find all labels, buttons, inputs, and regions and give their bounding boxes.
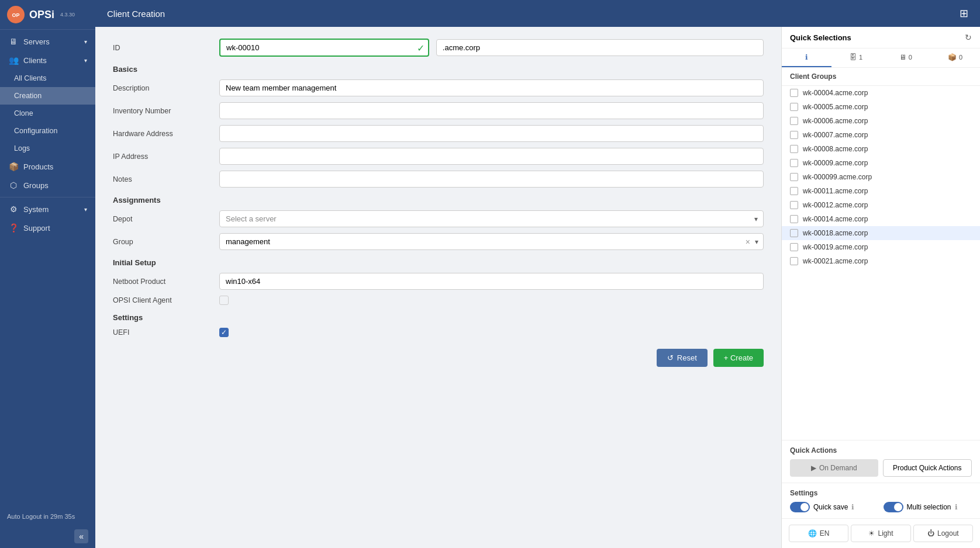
content-area: ID ✓ Basics Description Inventory Number… (95, 27, 980, 548)
client-checkbox[interactable] (790, 229, 798, 237)
notes-input[interactable] (219, 171, 764, 188)
netboot-label: Netboot Product (113, 278, 212, 286)
client-checkbox[interactable] (790, 131, 798, 139)
groups-icon: ⬡ (8, 181, 19, 190)
depot-icon: 🗄 (850, 53, 857, 61)
refresh-icon[interactable]: ↻ (965, 33, 972, 42)
group-row: Group management × ▾ (113, 233, 764, 250)
client-list-item[interactable]: wk-00011.acme.corp (782, 184, 980, 198)
opsi-agent-checkbox[interactable] (219, 296, 229, 305)
client-list-item[interactable]: wk-00006.acme.corp (782, 114, 980, 128)
language-button[interactable]: 🌐 EN (789, 525, 848, 542)
sidebar-item-logs[interactable]: Logs (0, 140, 95, 157)
all-clients-label: All Clients (14, 74, 47, 82)
sidebar-item-all-clients[interactable]: All Clients (0, 70, 95, 87)
inventory-number-label: Inventory Number (113, 107, 212, 115)
group-caret-icon[interactable]: ▾ (754, 238, 763, 246)
client-checkbox[interactable] (790, 215, 798, 223)
client-list-item[interactable]: wk-00005.acme.corp (782, 100, 980, 114)
client-checkbox[interactable] (790, 103, 798, 111)
client-list-item[interactable]: wk-00012.acme.corp (782, 198, 980, 212)
id-input[interactable] (219, 39, 429, 57)
sidebar-item-creation[interactable]: Creation (0, 87, 95, 105)
quick-selections-title: Quick Selections (790, 33, 851, 42)
sidebar-item-products[interactable]: 📦 Products (0, 157, 95, 176)
theme-button[interactable]: ☀ Light (851, 525, 910, 542)
sidebar-groups-label: Groups (23, 181, 49, 190)
creation-label: Creation (14, 92, 42, 100)
client-checkbox[interactable] (790, 187, 798, 195)
description-label: Description (113, 84, 212, 92)
sidebar-item-servers[interactable]: 🖥 Servers ▾ (0, 32, 95, 51)
client-checkbox[interactable] (790, 201, 798, 209)
quick-save-toggle[interactable] (790, 502, 810, 512)
description-input[interactable] (219, 79, 764, 96)
opsi-agent-row: OPSI Client Agent (113, 296, 764, 305)
assignments-section-label: Assignments (113, 196, 764, 204)
sidebar-item-groups[interactable]: ⬡ Groups (0, 176, 95, 195)
app-version: 4.3.30 (60, 12, 75, 18)
id-label: ID (113, 44, 212, 52)
client-list-item[interactable]: wk-00014.acme.corp (782, 212, 980, 226)
sidebar-item-clone[interactable]: Clone (0, 105, 95, 122)
client-checkbox[interactable] (790, 257, 798, 265)
product-quick-actions-button[interactable]: Product Quick Actions (883, 459, 972, 477)
client-list-item[interactable]: wk-00007.acme.corp (782, 128, 980, 142)
system-icon: ⚙ (8, 204, 19, 214)
ip-address-input[interactable] (219, 148, 764, 165)
hardware-address-input[interactable] (219, 125, 764, 142)
reset-button[interactable]: ↺ Reset (657, 349, 708, 367)
settings-row: Quick save ℹ Multi selection ℹ (790, 502, 972, 512)
tab-packages[interactable]: 📦 0 (930, 48, 980, 67)
inventory-number-row: Inventory Number (113, 102, 764, 119)
tab-depot[interactable]: 🗄 1 (831, 48, 881, 67)
client-list-item[interactable]: wk-00019.acme.corp (782, 240, 980, 254)
depot-select-wrap: Select a server ▾ (219, 210, 764, 227)
basics-section-label: Basics (113, 65, 764, 74)
client-list-item[interactable]: wk-00021.acme.corp (782, 254, 980, 268)
topbar: Client Creation ⊞ (95, 0, 980, 27)
create-button[interactable]: + Create (713, 349, 764, 367)
uefi-checkbox[interactable]: ✓ (219, 328, 229, 337)
group-value: management (220, 234, 742, 249)
netboot-input[interactable] (219, 273, 764, 290)
multi-selection-info-icon: ℹ (955, 503, 958, 511)
notes-label: Notes (113, 175, 212, 183)
client-checkbox[interactable] (790, 89, 798, 97)
tab-info[interactable]: ℹ (782, 48, 831, 67)
depot-select[interactable]: Select a server (219, 210, 764, 227)
sidebar-item-clients[interactable]: 👥 Clients ▾ (0, 51, 95, 70)
group-select-wrap[interactable]: management × ▾ (219, 233, 764, 250)
client-list-item[interactable]: wk-000099.acme.corp (782, 170, 980, 184)
sidebar-item-support[interactable]: ❓ Support (0, 218, 95, 237)
client-list-item[interactable]: wk-00009.acme.corp (782, 156, 980, 170)
quick-selections-tabs: ℹ 🗄 1 🖥 0 📦 0 (782, 48, 980, 68)
right-panel-settings-title: Settings (790, 489, 972, 497)
tab-clients[interactable]: 🖥 0 (881, 48, 931, 67)
sidebar-collapse-button[interactable]: « (74, 529, 88, 543)
sidebar-item-configuration[interactable]: Configuration (0, 122, 95, 140)
domain-input[interactable] (436, 39, 764, 56)
client-checkbox[interactable] (790, 243, 798, 251)
grid-icon[interactable]: ⊞ (960, 7, 968, 20)
group-clear-icon[interactable]: × (742, 237, 754, 247)
client-list-item[interactable]: wk-00004.acme.corp (782, 86, 980, 100)
client-name: wk-00019.acme.corp (803, 243, 868, 251)
client-name: wk-00021.acme.corp (803, 257, 868, 265)
client-checkbox[interactable] (790, 173, 798, 181)
packages-tab-icon: 📦 (948, 53, 957, 61)
sidebar-item-system[interactable]: ⚙ System ▾ (0, 200, 95, 218)
multi-selection-toggle[interactable] (884, 502, 903, 512)
client-checkbox[interactable] (790, 117, 798, 125)
client-name: wk-00008.acme.corp (803, 145, 868, 153)
client-list-item[interactable]: wk-00008.acme.corp (782, 142, 980, 156)
quick-selections-header: Quick Selections ↻ (782, 27, 980, 48)
client-list-item[interactable]: wk-00018.acme.corp (782, 226, 980, 240)
client-name: wk-00018.acme.corp (803, 229, 868, 237)
client-checkbox[interactable] (790, 159, 798, 167)
logout-button[interactable]: ⏻ Logout (913, 525, 973, 542)
client-checkbox[interactable] (790, 145, 798, 153)
on-demand-button[interactable]: ▶ On Demand (790, 459, 878, 477)
inventory-number-input[interactable] (219, 102, 764, 119)
sidebar: OP OPSi 4.3.30 🖥 Servers ▾ 👥 Clients ▾ A… (0, 0, 95, 548)
